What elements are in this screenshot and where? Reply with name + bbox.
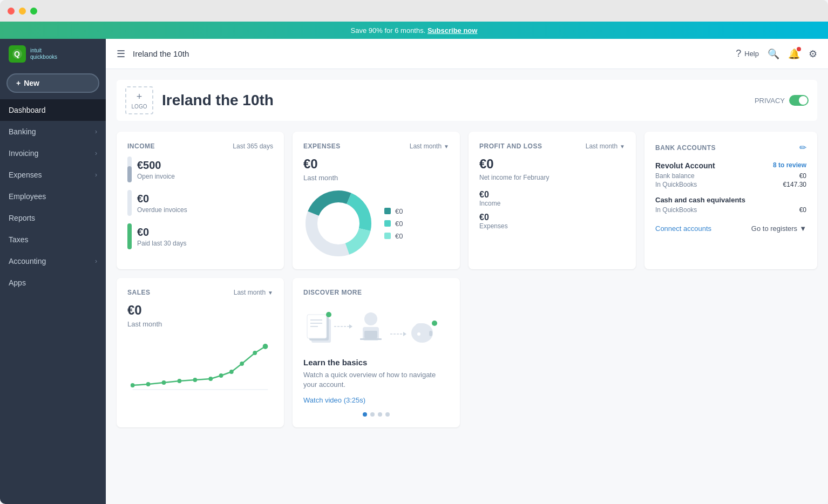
minimize-button[interactable] (19, 8, 26, 15)
sidebar-item-accounting[interactable]: Accounting › (0, 250, 106, 272)
sidebar-item-expenses[interactable]: Expenses › (0, 164, 106, 186)
cash-title: Cash and cash equivalents (655, 196, 806, 204)
sidebar-item-label: Accounting (9, 257, 46, 265)
close-button[interactable] (8, 8, 15, 15)
discover-more-card: DISCOVER MORE (293, 278, 460, 427)
chevron-icon: › (95, 149, 97, 157)
connect-accounts-link[interactable]: Connect accounts (655, 224, 711, 233)
expenses-card-header: EXPENSES Last month ▼ (303, 142, 449, 150)
help-button[interactable]: ? Help (736, 48, 759, 59)
svg-point-37 (432, 321, 437, 326)
income-period: Last 365 days (233, 142, 273, 150)
main-content: ☰ Ireland the 10th ? Help 🔍 🔔 ⚙ (106, 39, 828, 504)
help-icon: ? (736, 48, 741, 59)
pl-card-title: PROFIT AND LOSS (479, 142, 542, 150)
learn-title: Learn the basics (303, 358, 449, 367)
go-to-registers-link[interactable]: Go to registers ▼ (751, 224, 806, 233)
sales-card-title: SALES (127, 289, 151, 296)
income-card: INCOME Last 365 days €500 (117, 132, 284, 269)
edit-icon[interactable]: ✏ (799, 142, 806, 153)
empty-card-bottom (469, 278, 636, 427)
subscribe-link[interactable]: Subscribe now (427, 26, 477, 35)
review-link[interactable]: 8 to review (773, 161, 806, 170)
dropdown-arrow-icon: ▼ (268, 290, 273, 296)
chevron-icon: › (95, 128, 97, 135)
donut-chart (303, 188, 374, 258)
svg-point-11 (208, 377, 213, 381)
sidebar-item-label: Dashboard (9, 106, 46, 114)
logo-upload-button[interactable]: + LOGO (125, 86, 153, 114)
carousel-dot-0[interactable] (363, 412, 367, 417)
maximize-button[interactable] (30, 8, 37, 15)
carousel-dot-3[interactable] (385, 412, 390, 417)
pl-income-amount: €0 (479, 190, 625, 200)
bank-balance-label: Bank balance (655, 172, 695, 180)
company-header: + LOGO Ireland the 10th PRIVACY (117, 80, 817, 121)
legend-dot-2 (384, 233, 391, 239)
watch-video-link[interactable]: Watch video (3:25s) (303, 396, 365, 404)
top-nav-right: ? Help 🔍 🔔 ⚙ (736, 48, 817, 60)
sidebar-item-label: Employees (9, 192, 46, 201)
help-label: Help (744, 50, 759, 58)
sidebar-item-dashboard[interactable]: Dashboard (0, 99, 106, 121)
promo-text: Save 90% for 6 months. (351, 26, 426, 35)
sidebar-item-taxes[interactable]: Taxes (0, 229, 106, 250)
income-item-overdue: €0 Overdue invoices (127, 190, 273, 216)
legend-label-1: €0 (395, 220, 403, 228)
sidebar: Q intuit quickbooks + New Dashboard (0, 39, 106, 504)
svg-point-8 (162, 380, 166, 385)
cash-in-qb-label: In QuickBooks (655, 206, 697, 214)
legend-item-0: €0 (384, 207, 403, 215)
cards-grid-top: INCOME Last 365 days €500 (117, 132, 817, 269)
expenses-period[interactable]: Last month ▼ (410, 142, 449, 150)
svg-marker-26 (349, 324, 352, 329)
sidebar-item-reports[interactable]: Reports (0, 207, 106, 229)
search-button[interactable]: 🔍 (768, 48, 779, 60)
overdue-amount: €0 (137, 193, 187, 205)
notifications-button[interactable]: 🔔 (788, 48, 800, 60)
sidebar-item-label: Expenses (9, 171, 42, 179)
carousel-dot-2[interactable] (378, 412, 382, 417)
cards-grid-bottom: SALES Last month ▼ €0 Last month (117, 278, 817, 427)
sidebar-item-label: Taxes (9, 235, 29, 244)
carousel-dot-1[interactable] (370, 412, 375, 417)
empty-card-bank-col (644, 278, 817, 427)
income-bar-paid (127, 223, 132, 249)
sidebar-item-invoicing[interactable]: Invoicing › (0, 142, 106, 164)
new-button[interactable]: + New (6, 73, 99, 93)
settings-button[interactable]: ⚙ (809, 48, 817, 60)
sidebar-logo: Q intuit quickbooks (0, 39, 106, 69)
privacy-toggle-switch[interactable] (789, 95, 809, 106)
revolut-account: Revolut Account 8 to review Bank balance… (655, 161, 806, 188)
cash-in-qb-row: In QuickBooks €0 (655, 206, 806, 214)
sidebar-item-banking[interactable]: Banking › (0, 121, 106, 142)
title-bar (0, 0, 828, 22)
privacy-toggle[interactable]: PRIVACY (755, 95, 809, 106)
dropdown-arrow-icon: ▼ (620, 144, 625, 149)
pl-period[interactable]: Last month ▼ (586, 142, 625, 150)
bank-footer: Connect accounts Go to registers ▼ (655, 224, 806, 233)
svg-point-16 (263, 344, 268, 349)
promo-banner: Save 90% for 6 months. Subscribe now (0, 22, 828, 39)
cash-section: Cash and cash equivalents In QuickBooks … (655, 196, 806, 214)
svg-point-13 (229, 370, 234, 374)
paid-label: Paid last 30 days (137, 240, 186, 247)
sales-amount: €0 (127, 303, 273, 318)
pl-expenses-amount: €0 (479, 213, 625, 222)
legend-label-0: €0 (395, 207, 403, 215)
top-nav: ☰ Ireland the 10th ? Help 🔍 🔔 ⚙ (106, 39, 828, 69)
bank-card-title: BANK ACCOUNTS (655, 144, 716, 152)
sales-period[interactable]: Last month ▼ (234, 289, 273, 296)
pl-card: PROFIT AND LOSS Last month ▼ €0 Net inco… (469, 132, 636, 269)
paid-amount: €0 (137, 226, 186, 239)
hamburger-icon[interactable]: ☰ (117, 48, 125, 60)
sidebar-item-employees[interactable]: Employees (0, 186, 106, 207)
in-qb-row: In QuickBooks €147.30 (655, 181, 806, 188)
qb-logo-icon: Q (9, 45, 26, 63)
pl-subtitle: Net income for February (479, 174, 625, 181)
quickbooks-logo: Q intuit quickbooks (9, 45, 57, 63)
svg-point-34 (415, 323, 424, 330)
svg-point-12 (219, 373, 223, 378)
new-plus-icon: + (16, 79, 21, 87)
sidebar-item-apps[interactable]: Apps (0, 272, 106, 294)
